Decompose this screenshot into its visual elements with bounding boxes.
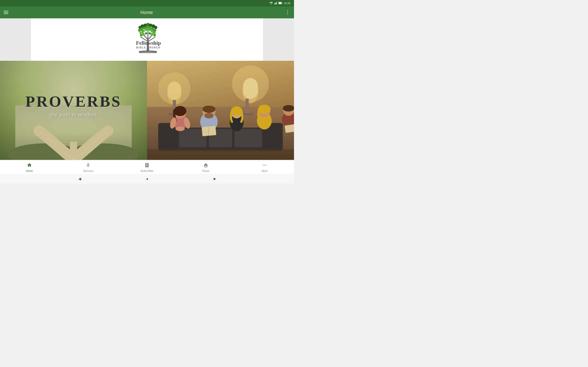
svg-point-88 [266, 165, 267, 166]
nav-label-home: Home [26, 169, 33, 172]
recents-button[interactable]: ■ [213, 177, 216, 181]
proverbs-banner[interactable]: PROVERBS the path to wisdom [0, 61, 147, 160]
small-group-banner[interactable] [147, 61, 294, 160]
nav-item-audio-bible[interactable]: Audio Bible [118, 163, 176, 172]
status-bar: 10:26 [0, 0, 294, 6]
svg-point-67 [204, 113, 214, 118]
proverbs-subtitle: the path to wisdom [26, 112, 121, 118]
time-display: 10:26 [284, 2, 290, 5]
logo-section: Fellowship BIBLE CHURCH [0, 18, 294, 61]
svg-rect-51 [246, 99, 249, 114]
svg-point-22 [153, 29, 156, 32]
svg-rect-1 [274, 3, 275, 4]
nav-label-sermons: Sermons [83, 169, 93, 172]
svg-rect-2 [275, 3, 275, 4]
app-bar: Home ⋮ [0, 6, 294, 18]
proverbs-title: PROVERBS [26, 94, 121, 109]
sermons-icon [86, 163, 91, 169]
content-area: PROVERBS the path to wisdom [0, 61, 294, 160]
home-icon [27, 163, 32, 169]
page-title: Home [140, 10, 153, 15]
svg-point-23 [139, 31, 142, 34]
proverbs-text: PROVERBS the path to wisdom [26, 94, 121, 118]
svg-rect-50 [243, 78, 258, 99]
svg-point-27 [148, 28, 151, 31]
nav-label-more: More [262, 169, 267, 172]
svg-point-64 [175, 126, 185, 131]
nav-item-sermons[interactable]: Sermons [59, 163, 118, 172]
home-button[interactable]: ● [146, 177, 148, 181]
small-group-graphic [147, 61, 294, 160]
svg-rect-3 [276, 2, 276, 4]
prayer-icon [203, 163, 208, 169]
svg-point-35 [153, 34, 156, 36]
signal-icon [274, 2, 277, 5]
church-logo: Fellowship BIBLE CHURCH [122, 21, 172, 58]
status-bar-right: 10:26 [270, 2, 290, 5]
svg-rect-4 [276, 2, 277, 4]
menu-button[interactable] [4, 11, 8, 14]
svg-point-32 [145, 32, 147, 34]
bottom-nav: Home Sermons Audio Bible [0, 160, 294, 174]
nav-label-prayer: Prayer [202, 169, 209, 172]
svg-point-61 [174, 106, 186, 116]
svg-point-15 [154, 26, 157, 29]
svg-point-79 [283, 105, 294, 111]
system-nav-bar: ◀ ● ■ [0, 174, 294, 184]
svg-point-31 [142, 33, 145, 36]
more-options-button[interactable]: ⋮ [285, 9, 290, 15]
svg-point-0 [271, 4, 272, 4]
fellowship-logo-svg: Fellowship BIBLE CHURCH [122, 21, 172, 58]
nav-item-more[interactable]: More [235, 163, 294, 172]
svg-rect-6 [279, 2, 281, 4]
wifi-icon [270, 2, 273, 5]
svg-point-24 [142, 30, 145, 33]
svg-rect-45 [167, 81, 181, 100]
back-button[interactable]: ◀ [78, 177, 81, 181]
svg-rect-80 [285, 124, 294, 133]
svg-point-33 [149, 32, 151, 34]
nav-label-audio-bible: Audio Bible [141, 169, 153, 172]
nav-item-home[interactable]: Home [0, 163, 59, 172]
nav-item-prayer[interactable]: Prayer [176, 163, 235, 172]
svg-rect-7 [282, 2, 283, 3]
svg-point-68 [203, 106, 216, 113]
svg-point-76 [258, 105, 271, 114]
svg-point-73 [231, 106, 242, 116]
audio-bible-icon [145, 163, 149, 169]
svg-rect-81 [147, 150, 294, 160]
more-icon [262, 163, 267, 169]
svg-point-87 [264, 165, 265, 166]
svg-rect-58 [234, 129, 262, 147]
svg-point-29 [153, 31, 156, 34]
svg-point-28 [151, 30, 154, 33]
svg-point-34 [151, 33, 154, 36]
battery-icon [278, 2, 283, 5]
svg-text:Fellowship: Fellowship [136, 40, 161, 46]
svg-text:BIBLE CHURCH: BIBLE CHURCH [136, 46, 161, 49]
svg-point-86 [263, 165, 264, 166]
